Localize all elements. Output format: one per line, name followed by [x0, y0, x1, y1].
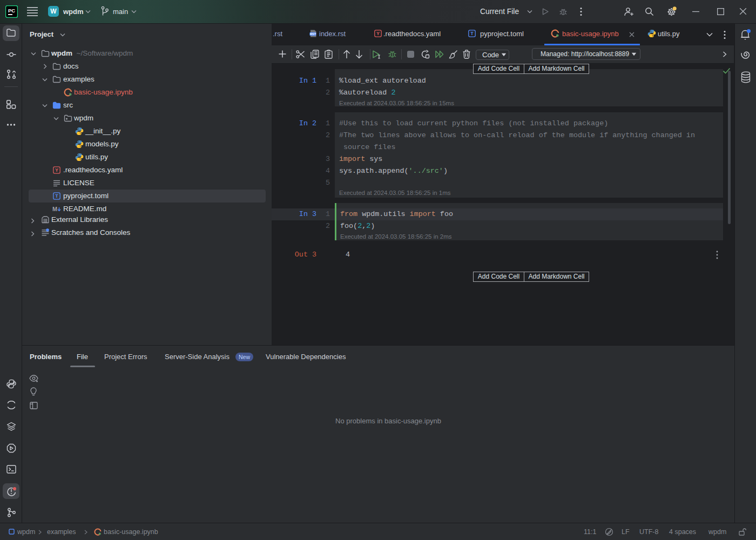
svg-text:Y: Y — [55, 167, 58, 173]
svg-text:T: T — [470, 31, 474, 36]
svg-text:PC: PC — [8, 8, 15, 14]
svg-text:T: T — [55, 193, 58, 199]
svg-text:M: M — [52, 206, 57, 212]
svg-text:RST: RST — [310, 32, 316, 36]
svg-text:Y: Y — [376, 31, 380, 36]
